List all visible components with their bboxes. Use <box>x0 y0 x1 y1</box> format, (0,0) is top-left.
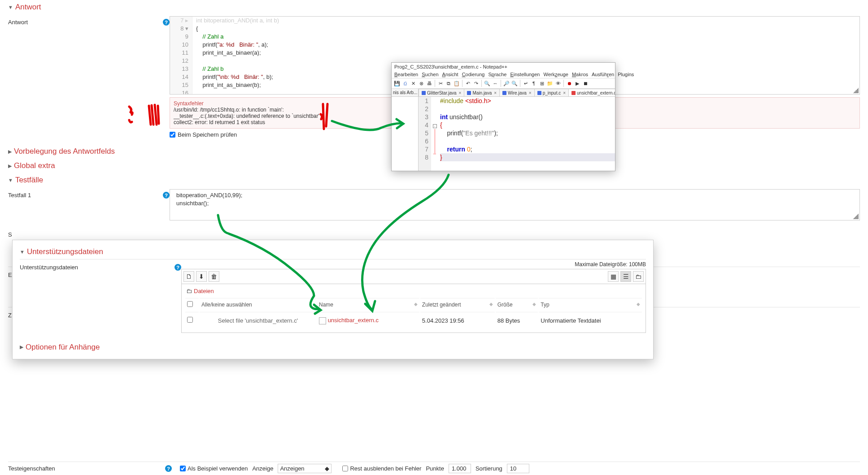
stop-macro-icon[interactable]: ⏹ <box>582 80 589 87</box>
paste-icon[interactable]: 📋 <box>453 80 460 87</box>
view-list-button[interactable]: ☰ <box>620 271 631 282</box>
file-select-label: Select file 'unsichtbar_extern.c' <box>200 312 316 329</box>
anzeige-select[interactable]: Anzeigen◆ <box>278 464 331 473</box>
col-name[interactable]: Name ◆ <box>317 298 419 311</box>
find-icon[interactable]: 🔍 <box>484 80 491 87</box>
disk-icon <box>467 91 471 95</box>
menu-ausfuehren[interactable]: Ausführen <box>592 72 614 77</box>
sortierung-input[interactable]: 10 <box>507 464 529 473</box>
max-filesize-label: Maximale Dateigröße: 100MB <box>181 261 646 268</box>
close-file-icon[interactable]: ✕ <box>410 80 417 87</box>
indent-guide-icon[interactable]: ⊞ <box>538 80 545 87</box>
menu-suchen[interactable]: Suchen <box>422 72 438 77</box>
copy-icon[interactable]: ⧉ <box>445 80 452 87</box>
caret-down-icon: ▼ <box>8 177 13 183</box>
section-title: Antwort <box>15 3 41 12</box>
section-title: Optionen für Anhänge <box>26 343 100 352</box>
disk-icon <box>571 91 576 95</box>
check-on-save-checkbox[interactable] <box>170 132 175 138</box>
wordwrap-icon[interactable]: ↵ <box>522 80 529 87</box>
col-modified[interactable]: Zuletzt geändert ◆ <box>420 298 495 311</box>
menu-sprache[interactable]: Sprache <box>488 72 506 77</box>
punkte-input[interactable]: 1.000 <box>449 464 471 473</box>
zoom-out-icon[interactable]: 🔍 <box>511 80 518 87</box>
disk-icon <box>422 91 426 95</box>
notepad-window[interactable]: Prog2_C_SS2023\unsichtbar_extern.c - Not… <box>391 62 615 171</box>
section-title: Vorbelegung des Antwortfelds <box>14 147 115 156</box>
menu-bar: Bearbeiten Suchen Ansicht Codierung Spra… <box>392 71 615 78</box>
play-macro-icon[interactable]: ▶ <box>574 80 581 87</box>
view-grid-button[interactable]: ▦ <box>608 271 619 282</box>
show-all-chars-icon[interactable]: ¶ <box>530 80 537 87</box>
toolbar: 💾 ⎙ ✕ ⊗ 🖶 ✂ ⧉ 📋 ↶ ↷ 🔍 ↔ 🔎 🔍 ↵ ¶ ⊞ 📁 👁 ⏺ … <box>392 78 615 89</box>
disk-icon <box>502 91 506 95</box>
file-type: Unformatierte Textdatei <box>539 312 642 329</box>
antwort-label: Antwort ? <box>8 16 170 138</box>
testfall-code-editor[interactable]: bitoperation_AND(10,99); unsichtbar(); <box>170 189 860 220</box>
menu-codierung[interactable]: Codierung <box>462 72 485 77</box>
section-testfaelle-header[interactable]: ▼ Testfälle <box>0 173 868 187</box>
menu-bearbeiten[interactable]: Bearbeiten <box>394 72 418 77</box>
menu-makros[interactable]: Makros <box>572 72 588 77</box>
file-breadcrumb[interactable]: 🗀 Dateien <box>184 287 643 295</box>
close-icon[interactable]: × <box>529 91 532 95</box>
section-antwort-header[interactable]: ▼ Antwort <box>0 0 868 14</box>
file-modified: 5.04.2023 19:56 <box>420 312 495 329</box>
rest-ausblenden-checkbox[interactable] <box>342 466 348 471</box>
download-button[interactable]: ⬇ <box>196 271 207 282</box>
window-title: Prog2_C_SS2023\unsichtbar_extern.c - Not… <box>392 63 615 71</box>
record-macro-icon[interactable]: ⏺ <box>566 80 573 87</box>
section-title: Global extra <box>14 161 55 170</box>
save-icon[interactable]: 💾 <box>393 80 401 87</box>
monitor-icon[interactable]: 👁 <box>554 80 562 87</box>
resize-handle-icon[interactable] <box>853 214 859 219</box>
cut-icon[interactable]: ✂ <box>437 80 444 87</box>
replace-icon[interactable]: ↔ <box>492 80 499 87</box>
help-icon[interactable]: ? <box>165 465 172 472</box>
sortierung-label: Sortierung <box>475 465 505 472</box>
left-strip-label[interactable]: nis als Arb... <box>392 89 419 97</box>
section-title: Unterstützungsdateien <box>27 247 103 256</box>
tab-main[interactable]: Main.java× <box>464 89 500 96</box>
col-size[interactable]: Größe ◆ <box>496 298 538 311</box>
notepad-editor[interactable]: 1234 5678 - #include <stdio.h> int unsic… <box>392 97 615 171</box>
close-icon[interactable]: × <box>563 91 566 95</box>
help-icon[interactable]: ? <box>174 264 181 271</box>
tab-wire[interactable]: Wire.java× <box>499 89 535 96</box>
disk-icon <box>537 91 541 95</box>
file-toolbar: 🗋 ⬇ 🗑 ▦ ☰ 🗀 <box>181 269 646 284</box>
menu-werkzeuge[interactable]: Werkzeuge <box>543 72 568 77</box>
close-icon[interactable]: × <box>459 91 462 95</box>
print-icon[interactable]: 🖶 <box>426 80 433 87</box>
save-all-icon[interactable]: ⎙ <box>401 80 409 87</box>
anzeige-label: Anzeige <box>252 465 276 472</box>
file-name-link[interactable]: unsichtbar_extern.c <box>328 317 379 324</box>
close-icon[interactable]: × <box>494 91 497 95</box>
zoom-in-icon[interactable]: 🔎 <box>503 80 510 87</box>
tab-pinput[interactable]: p_input.c× <box>534 89 569 96</box>
als-beispiel-checkbox[interactable] <box>180 466 186 471</box>
redo-icon[interactable]: ↷ <box>472 80 480 87</box>
testeigenschaften-label: Testeigenschaften <box>8 465 161 472</box>
fold-minus-icon[interactable]: - <box>433 124 437 128</box>
help-icon[interactable]: ? <box>163 192 170 199</box>
tab-glitterstar[interactable]: GlitterStar.java× <box>419 89 464 96</box>
file-checkbox[interactable] <box>187 317 193 323</box>
select-all-label: Alle/keine auswählen <box>200 298 316 311</box>
menu-ansicht[interactable]: Ansicht <box>442 72 458 77</box>
undo-icon[interactable]: ↶ <box>464 80 471 87</box>
help-icon[interactable]: ? <box>163 19 170 26</box>
menu-plugins[interactable]: Plugins <box>618 72 634 77</box>
col-type[interactable]: Typ ◆ <box>539 298 642 311</box>
close-all-icon[interactable]: ⊗ <box>418 80 425 87</box>
tab-unsichtbar[interactable]: unsichtbar_extern.c× <box>568 89 615 96</box>
menu-einstellungen[interactable]: Einstellungen <box>510 72 540 77</box>
delete-button[interactable]: 🗑 <box>209 271 219 282</box>
resize-handle-icon[interactable] <box>853 88 859 93</box>
select-all-checkbox[interactable] <box>187 301 193 307</box>
file-row[interactable]: Select file 'unsichtbar_extern.c' unsich… <box>185 312 642 329</box>
folder-icon[interactable]: 📁 <box>546 80 554 87</box>
als-beispiel-label: Als Beispiel verwenden <box>188 465 248 472</box>
new-file-button[interactable]: 🗋 <box>183 271 194 282</box>
view-tree-button[interactable]: 🗀 <box>633 271 644 282</box>
